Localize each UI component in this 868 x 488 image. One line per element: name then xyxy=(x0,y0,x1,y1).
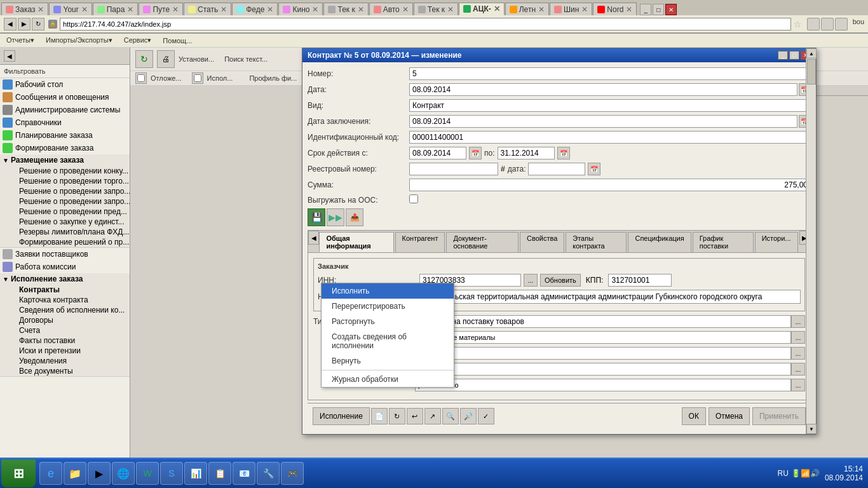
sidebar-child-3[interactable]: Решение о проведении запро... xyxy=(8,186,130,196)
tab-kontragent[interactable]: Контрагент xyxy=(395,232,445,252)
scrollbar-down-btn[interactable]: ▼ xyxy=(806,424,817,434)
taskbar-explorer[interactable]: 📁 xyxy=(64,462,86,485)
sidebar-item-desktop[interactable]: Рабочий стол xyxy=(0,78,130,91)
tab-spetsifikaciya[interactable]: Спецификация xyxy=(628,232,691,252)
tab-etapy[interactable]: Этапы контракта xyxy=(566,232,627,252)
modal-minimize-btn[interactable]: _ xyxy=(778,51,788,60)
toolbar-btn-1[interactable]: ↻ xyxy=(135,50,153,68)
taskbar-app9[interactable]: 📧 xyxy=(233,462,255,485)
sidebar-child-7[interactable]: Резервы лимитов/плана ФХД... xyxy=(8,227,130,237)
save-btn[interactable]: 💾 xyxy=(308,208,325,226)
footer-btn-3[interactable]: ↻ xyxy=(389,408,405,424)
browser-btn-3[interactable] xyxy=(835,18,848,30)
taskbar-media[interactable]: ▶ xyxy=(88,462,111,485)
filter-check-input2[interactable] xyxy=(194,74,201,82)
scrollbar-thumb[interactable] xyxy=(807,59,816,85)
tab-general-info[interactable]: Общая информация xyxy=(319,232,393,252)
otmena-btn[interactable]: Отмена xyxy=(709,407,750,425)
sidebar-child-1[interactable]: Решение о проведении конку... xyxy=(8,166,130,176)
ispolnenie-btn[interactable]: Исполнение xyxy=(313,407,370,425)
sidebar-item-komissiya[interactable]: Работа комиссии xyxy=(0,261,130,273)
export-btn[interactable]: 📤 xyxy=(346,208,363,226)
tab-your[interactable]: Your ✕ xyxy=(49,3,92,15)
sidebar-group-ispolnenie-header[interactable]: ▼ Исполнение заказа xyxy=(0,273,130,285)
context-item-perereg[interactable]: Перерегистрировать xyxy=(322,299,454,314)
menu-otchety[interactable]: Отчеты▾ xyxy=(4,36,37,45)
tab-fede[interactable]: Феде ✕ xyxy=(232,3,278,15)
tab-close-10[interactable]: ✕ xyxy=(447,5,454,14)
sidebar-child-fakty[interactable]: Факты поставки xyxy=(8,336,130,346)
subject-input-3[interactable] xyxy=(415,363,791,376)
subject-dots-1[interactable]: ... xyxy=(791,331,805,344)
bookmark-star[interactable]: ☆ xyxy=(794,19,802,29)
filter-checkbox2[interactable] xyxy=(192,72,203,84)
scrollbar-up-btn[interactable]: ▲ xyxy=(806,48,817,58)
tab-para[interactable]: Пара ✕ xyxy=(93,3,139,15)
sidebar-child-uvedomleniya[interactable]: Уведомления xyxy=(8,356,130,366)
sidebar-item-plan[interactable]: Планирование заказа xyxy=(0,129,130,142)
window-minimize[interactable]: _ xyxy=(640,4,651,15)
tab-shin[interactable]: Шин ✕ xyxy=(550,3,592,15)
tab-pute[interactable]: Путе ✕ xyxy=(139,3,183,15)
srok-to-input[interactable] xyxy=(498,147,555,159)
subject-dots-2[interactable]: ... xyxy=(791,347,805,360)
back-button[interactable]: ◀ xyxy=(4,18,17,30)
tab-close[interactable]: ✕ xyxy=(37,5,44,14)
tab-istoriya[interactable]: Истори... xyxy=(755,232,798,252)
address-input[interactable] xyxy=(60,18,791,30)
context-item-svedeniya[interactable]: Создать сведения об исполнении xyxy=(322,329,454,353)
tab-nord[interactable]: Nord ✕ xyxy=(593,3,637,15)
subject-dots-3[interactable]: ... xyxy=(791,363,805,376)
sidebar-child-2[interactable]: Решение о проведении торго... xyxy=(8,176,130,186)
tab-avto[interactable]: Авто ✕ xyxy=(369,3,413,15)
sidebar-child-8[interactable]: Формирование решений о пр... xyxy=(8,237,130,247)
tab-close-13[interactable]: ✕ xyxy=(581,5,588,14)
filter-checkbox[interactable] xyxy=(135,72,147,84)
forward-nav-btn[interactable]: ▶▶ xyxy=(327,208,344,226)
data-zakl-input[interactable] xyxy=(409,115,797,128)
tab-close-2[interactable]: ✕ xyxy=(81,5,88,14)
footer-btn-7[interactable]: 🔎 xyxy=(460,408,477,424)
context-item-vernut[interactable]: Вернуть xyxy=(322,353,454,369)
sidebar-child-dogovory[interactable]: Договоры xyxy=(8,315,130,325)
footer-btn-5[interactable]: ↗ xyxy=(424,408,441,424)
tab-azk[interactable]: АЦК- ✕ xyxy=(459,3,505,15)
tab-nav-prev[interactable]: ◀ xyxy=(308,231,319,245)
tab-stat[interactable]: Стать ✕ xyxy=(184,3,231,15)
menu-pomosh[interactable]: Помощ... xyxy=(160,36,194,45)
sidebar-group-razmeshenie-header[interactable]: ▼ Размещение заказа xyxy=(0,154,130,166)
sidebar-child-kartochka[interactable]: Карточка контракта xyxy=(8,295,130,305)
sidebar-child-iski[interactable]: Иски и претензии xyxy=(8,346,130,356)
tab-close-6[interactable]: ✕ xyxy=(267,5,273,14)
forward-button[interactable]: ▶ xyxy=(18,18,31,30)
browser-btn-1[interactable] xyxy=(807,18,820,30)
tab-zakaz[interactable]: Заказ ✕ xyxy=(1,3,48,15)
sidebar-child-5[interactable]: Решение о проведении пред... xyxy=(8,207,130,217)
footer-btn-4[interactable]: ↩ xyxy=(407,408,423,424)
tab-tek2[interactable]: Тек к ✕ xyxy=(414,3,458,15)
sidebar-child-contracts[interactable]: Контракты xyxy=(8,285,130,295)
tab-close-11[interactable]: ✕ xyxy=(494,4,500,13)
data-input[interactable] xyxy=(409,83,797,96)
toolbar-btn-2[interactable]: 🖨 xyxy=(157,50,175,68)
sidebar-item-sprav[interactable]: Справочники xyxy=(0,116,130,129)
tab-dokument[interactable]: Документ-основание xyxy=(446,232,519,252)
type-dots-btn[interactable]: ... xyxy=(791,315,805,328)
subject-input-4[interactable] xyxy=(415,379,791,391)
cal-btn-reg[interactable]: 📅 xyxy=(588,163,600,175)
nomer-input[interactable] xyxy=(409,67,811,80)
sidebar-child-6[interactable]: Решение о закупке у единст... xyxy=(8,217,130,227)
context-item-zhurnal[interactable]: Журнал обработки xyxy=(322,372,454,387)
tab-close-3[interactable]: ✕ xyxy=(127,5,133,14)
kpp-input[interactable] xyxy=(608,274,672,287)
sidebar-item-form[interactable]: Формирование заказа xyxy=(0,142,130,154)
menu-import[interactable]: Импорты/Экспорты▾ xyxy=(43,36,115,45)
tab-kino[interactable]: Кино ✕ xyxy=(278,3,323,15)
taskbar-word[interactable]: W xyxy=(136,462,159,485)
tab-close-8[interactable]: ✕ xyxy=(358,5,364,14)
summa-input[interactable] xyxy=(409,179,811,191)
reg-date-input[interactable] xyxy=(528,163,585,175)
tab-tek1[interactable]: Тек к ✕ xyxy=(323,3,368,15)
footer-btn-2[interactable]: 📄 xyxy=(371,408,388,424)
menu-servis[interactable]: Сервис▾ xyxy=(121,36,154,45)
